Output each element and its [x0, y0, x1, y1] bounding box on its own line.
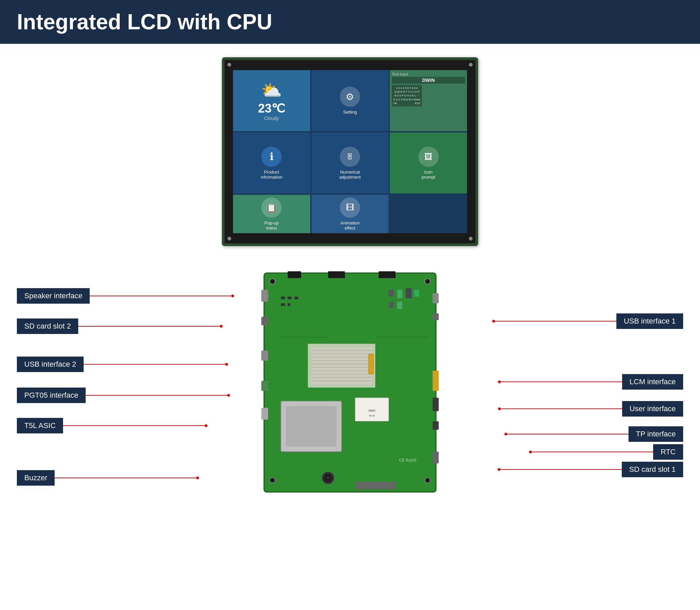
svg-point-2: [425, 279, 430, 284]
annotation-buzzer: Buzzer: [17, 470, 199, 486]
svg-point-51: [327, 477, 329, 479]
tp-dot: [504, 433, 507, 435]
annotation-pgt05: PGT05 interface: [17, 388, 230, 403]
svg-rect-44: [397, 290, 402, 298]
annotation-speaker-interface: Speaker interface: [17, 288, 234, 304]
sd-card-1-label: SD card slot 1: [622, 462, 683, 477]
usb-2-dot: [225, 363, 228, 366]
svg-rect-48: [397, 302, 402, 309]
rtc-dot: [529, 451, 532, 453]
tp-label: TP interface: [628, 426, 683, 442]
page-header: Integrated LCD with CPU: [0, 0, 700, 44]
sd-card-1-dot: [498, 468, 500, 471]
svg-rect-38: [281, 296, 285, 299]
lcm-line: [501, 382, 622, 382]
product-icon: ℹ: [261, 147, 282, 167]
sd-card-2-label: SD card slot 2: [17, 319, 78, 334]
svg-rect-42: [287, 303, 290, 306]
svg-text:CE  RoHS: CE RoHS: [399, 458, 417, 463]
svg-rect-37: [286, 406, 337, 447]
annotation-lcm: LCM interface: [498, 374, 683, 390]
annotation-rtc: RTC: [529, 444, 683, 460]
svg-rect-17: [433, 421, 439, 430]
pgt05-dot: [227, 394, 230, 397]
pgt05-label: PGT05 interface: [17, 388, 85, 403]
lcd-cell-text-input: Text Input DWIN 1 2 3 4 5 6 7 8 9 0 Q W …: [390, 70, 467, 131]
text-input-label: Text Input: [392, 72, 408, 76]
usb-1-dot: [492, 320, 495, 322]
weather-condition: Cloudy: [264, 116, 279, 121]
svg-point-3: [270, 478, 275, 483]
sd-card-1-line: [500, 469, 622, 470]
weather-icon: ⛅: [261, 81, 282, 100]
tp-line: [507, 434, 628, 434]
user-interface-line: [501, 408, 622, 409]
lcd-cell-numerical: 🎚 Numericaladjustment: [312, 132, 389, 193]
pgt05-line: [85, 395, 227, 396]
temperature-display: 23℃: [258, 101, 285, 116]
buzzer-line: [55, 478, 196, 478]
svg-rect-31: [369, 354, 374, 374]
annotation-tp: TP interface: [504, 426, 683, 442]
svg-rect-5: [287, 271, 301, 278]
svg-rect-46: [414, 290, 419, 296]
numerical-icon: 🎚: [340, 147, 360, 167]
product-label: Productinformation: [261, 170, 282, 180]
pcb-svg: ||||||||||| ||||| ||||| CE RoHS: [261, 270, 439, 495]
svg-text:|||||||||||: |||||||||||: [369, 409, 375, 412]
usb-1-label: USB interface 1: [617, 314, 683, 329]
svg-rect-52: [355, 482, 395, 489]
svg-rect-8: [261, 290, 268, 302]
svg-rect-13: [433, 293, 439, 303]
icon-prompt-label: Iconprompt: [421, 170, 435, 180]
usb-2-label: USB interface 2: [17, 356, 83, 372]
svg-rect-41: [281, 303, 285, 306]
animation-label: Animationeffect: [340, 220, 360, 230]
text-input-value: DWIN: [392, 77, 465, 84]
pcb-board-container: ||||||||||| ||||| ||||| CE RoHS: [261, 270, 439, 497]
setting-label: Setting: [343, 110, 357, 115]
usb-1-line: [495, 321, 617, 322]
usb-2-line: [83, 364, 225, 365]
popup-label: Pop-upmenu: [264, 220, 279, 230]
svg-rect-10: [261, 351, 268, 360]
t5l-label: T5L ASIC: [17, 418, 63, 433]
t5l-dot: [205, 424, 207, 427]
lcd-cell-setting: ⚙ Setting: [312, 70, 389, 131]
svg-rect-18: [433, 452, 439, 463]
main-content: ⚙ Setting Text Input DWIN 1 2 3 4 5 6 7 …: [0, 44, 700, 532]
svg-rect-39: [287, 296, 292, 299]
lcd-cell-product: ℹ Productinformation: [233, 132, 310, 193]
icon-prompt-icon: 🖼: [418, 147, 439, 167]
svg-rect-40: [294, 296, 298, 299]
pcb-section: ||||||||||| ||||| ||||| CE RoHS: [17, 266, 683, 519]
svg-rect-47: [389, 302, 394, 308]
animation-icon: 🎞: [340, 197, 360, 218]
keyboard-grid: 1 2 3 4 5 6 7 8 9 0 Q W E R T Y U I O P …: [392, 85, 422, 107]
svg-text:||||| |||||: ||||| |||||: [369, 415, 375, 417]
annotation-t5l: T5L ASIC: [17, 418, 207, 433]
svg-rect-6: [328, 271, 345, 278]
sd-card-2-dot: [220, 325, 222, 327]
rtc-label: RTC: [653, 444, 683, 460]
svg-rect-16: [433, 398, 439, 411]
lcd-display-section: ⚙ Setting Text Input DWIN 1 2 3 4 5 6 7 …: [17, 57, 683, 246]
svg-rect-20: [311, 347, 372, 384]
svg-rect-15: [433, 371, 439, 391]
lcd-cell-animation: 🎞 Animationeffect: [312, 195, 389, 233]
popup-icon: 📋: [261, 197, 282, 218]
lcd-cell-icon-prompt: 🖼 Iconprompt: [390, 132, 467, 193]
buzzer-label: Buzzer: [17, 470, 55, 486]
svg-rect-12: [261, 408, 268, 420]
annotation-sd-card-1: SD card slot 1: [498, 462, 683, 477]
lcd-cell-popup: 📋 Pop-upmenu: [233, 195, 310, 233]
annotation-sd-card-2: SD card slot 2: [17, 319, 222, 334]
user-interface-dot: [498, 407, 501, 410]
lcd-screen: ⚙ Setting Text Input DWIN 1 2 3 4 5 6 7 …: [233, 70, 467, 233]
svg-point-4: [425, 478, 430, 483]
lcd-cell-weather: ⛅ 23℃ Cloudy: [233, 70, 310, 131]
lcd-frame: ⚙ Setting Text Input DWIN 1 2 3 4 5 6 7 …: [222, 57, 478, 246]
rtc-line: [532, 452, 653, 452]
speaker-interface-label: Speaker interface: [17, 288, 90, 304]
lcm-label: LCM interface: [622, 374, 683, 390]
